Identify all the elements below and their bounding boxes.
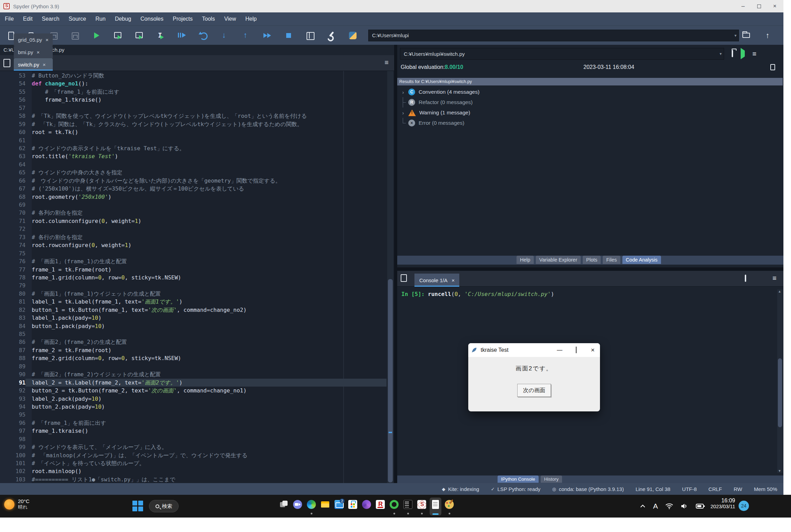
code-line[interactable]: 90# 「画面2」(frame_2)ウイジェットの生成と配置	[0, 370, 387, 378]
close-icon[interactable]: ×	[43, 62, 46, 68]
console-scrollbar[interactable]: ▲ ▼	[777, 289, 783, 473]
code-line[interactable]: 89	[0, 362, 387, 370]
maximize-pane-button[interactable]	[303, 28, 317, 43]
taskbar-app-rakuten[interactable]	[374, 498, 386, 515]
code-line[interactable]: 96# 「frame_1」を前面に出す	[0, 419, 387, 427]
ime-indicator[interactable]: A	[653, 502, 658, 510]
taskbar-app-ms-store[interactable]	[347, 498, 359, 515]
expand-chevron-icon[interactable]: ›	[399, 89, 407, 95]
result-row-error[interactable]: ×Error (0 messages)	[399, 118, 779, 128]
menu-run[interactable]: Run	[96, 16, 106, 22]
preferences-button[interactable]	[324, 28, 339, 43]
taskbar-app-mail[interactable]: 2	[333, 498, 345, 515]
menu-view[interactable]: View	[224, 16, 236, 22]
browse-directory-button[interactable]	[739, 28, 753, 43]
parent-directory-button[interactable]: ↑	[760, 28, 775, 43]
code-line[interactable]: 94button_2.pack(pady=10)	[0, 403, 387, 411]
analysis-file-field[interactable]: C:¥Users¥mlupi¥switch.py ▾	[400, 48, 724, 60]
weather-widget[interactable]: 20°C 晴れ	[4, 498, 30, 510]
close-icon[interactable]: ×	[452, 277, 455, 283]
code-line[interactable]: 100# 「mainloop(メインループ)」は、「イベントループ」で、ウインド…	[0, 451, 387, 459]
result-row-warning[interactable]: ›Warning (1 message)	[399, 108, 779, 118]
editor-options-menu-icon[interactable]: ≡	[384, 59, 389, 66]
code-line[interactable]: 68root.geometry('250x100')	[0, 193, 387, 201]
taskbar-app-file-explorer[interactable]	[319, 498, 331, 515]
taskbar-app-terminal[interactable]	[402, 498, 414, 515]
tk-next-screen-button[interactable]: 次の画面	[517, 384, 551, 397]
code-line[interactable]: 53# Button_2のハンドラ関数	[0, 72, 387, 80]
taskbar-app-green-ring[interactable]	[388, 498, 400, 515]
code-line[interactable]: 85	[0, 330, 387, 338]
debug-stop-button[interactable]	[281, 28, 296, 43]
console-scrollbar-thumb[interactable]	[778, 358, 782, 427]
console-list-icon[interactable]	[401, 274, 407, 282]
menu-tools[interactable]: Tools	[202, 16, 215, 22]
clear-console-button[interactable]	[745, 275, 746, 282]
code-line[interactable]: 61	[0, 136, 387, 144]
close-icon[interactable]: ×	[37, 49, 40, 55]
tk-title-bar[interactable]: tkraise Test — ×	[468, 343, 600, 357]
minimize-button[interactable]: –	[735, 0, 751, 12]
expand-chevron-icon[interactable]: ›	[399, 110, 407, 116]
code-line[interactable]: 73# 各行の割合を指定	[0, 233, 387, 241]
code-line[interactable]: 60root = tk.Tk()	[0, 128, 387, 136]
dropdown-caret-icon[interactable]: ▾	[720, 51, 722, 56]
volume-icon[interactable]	[681, 503, 688, 509]
tab-ipython-console[interactable]: IPython Console	[498, 475, 539, 483]
code-line[interactable]: 101# 「イベント」を待っている状態のループ。	[0, 459, 387, 467]
tray-chevron-icon[interactable]	[640, 504, 645, 508]
tk-maximize-button[interactable]	[572, 347, 580, 353]
code-line[interactable]: 63root.title('tkraise Test')	[0, 152, 387, 160]
taskbar-app-office-loop[interactable]	[361, 498, 372, 515]
debug-continue-button[interactable]	[260, 28, 274, 43]
tk-close-button[interactable]: ×	[589, 346, 597, 354]
scroll-down-icon[interactable]: ▼	[778, 469, 781, 473]
code-line[interactable]: 76# 「画面1」(frame_1)の生成と配置	[0, 257, 387, 265]
code-line[interactable]: 86# 「画面2」(frame_2)の生成と配置	[0, 338, 387, 346]
console-tab[interactable]: Console 1/A ×	[414, 274, 459, 287]
code-line[interactable]: 72	[0, 225, 387, 233]
taskbar-app-spyder[interactable]	[416, 498, 428, 515]
menu-help[interactable]: Help	[246, 16, 257, 22]
panel-splitter[interactable]	[397, 267, 783, 271]
result-row-refactor[interactable]: RRefactor (0 messages)	[399, 97, 779, 108]
taskbar-app-notepad[interactable]	[430, 498, 441, 515]
menu-source[interactable]: Source	[69, 16, 86, 22]
code-line[interactable]: 91label_2 = tk.Label(frame_2, text='画面2で…	[0, 379, 387, 387]
code-line[interactable]: 69	[0, 201, 387, 209]
code-line[interactable]: 62# ウインドウの表示タイトルを「tkraise Test」にする。	[0, 144, 387, 152]
code-line[interactable]: 65# ウインドウの中身の大きさを指定	[0, 168, 387, 176]
result-row-convention[interactable]: ›CConvention (4 messages)	[399, 87, 779, 97]
run-cell-button[interactable]	[110, 28, 125, 43]
code-line[interactable]: 88frame_2.grid(column=0, row=0, sticky=t…	[0, 354, 387, 362]
tab-help[interactable]: Help	[517, 256, 534, 264]
start-button[interactable]	[132, 501, 143, 512]
code-line[interactable]: 54def change_no1():	[0, 80, 387, 88]
code-line[interactable]: 99# ウインドウを表示して、「メインループ」に入る。	[0, 443, 387, 451]
code-line[interactable]: 58# 「Tk」関数を使って、ウインドウ(トップレベルtkウイジェット)を生成し…	[0, 112, 387, 120]
save-all-button[interactable]	[68, 28, 82, 43]
tab-history[interactable]: History	[541, 475, 562, 483]
working-directory-field[interactable]: C:¥Users¥mlupi ▾	[368, 30, 739, 41]
taskbar-clock[interactable]: 16:09 2023/03/11	[702, 498, 735, 509]
step-return-button[interactable]	[239, 28, 253, 43]
run-selection-button[interactable]	[153, 28, 168, 43]
tab-code-analysis[interactable]: Code Analysis	[622, 256, 661, 264]
menu-file[interactable]: File	[5, 16, 14, 22]
code-line[interactable]: 71root.columnconfigure(0, weight=1)	[0, 217, 387, 225]
menu-consoles[interactable]: Consoles	[140, 16, 163, 22]
tab-grid_05.py[interactable]: grid_05.py×	[14, 33, 53, 46]
console-options-menu-icon[interactable]: ≡	[772, 274, 777, 282]
code-line[interactable]: 81label_1 = tk.Label(frame_1, text='画面1で…	[0, 298, 387, 306]
code-line[interactable]: 55 # 「frame_1」を前面に出す	[0, 88, 387, 96]
menu-edit[interactable]: Edit	[23, 16, 33, 22]
code-line[interactable]: 77frame_1 = tk.Frame(root)	[0, 266, 387, 274]
tk-minimize-button[interactable]: —	[556, 347, 563, 353]
code-line[interactable]: 83label_1.pack(pady=10)	[0, 314, 387, 322]
debug-rerun-button[interactable]	[196, 28, 210, 43]
close-button[interactable]: ×	[767, 0, 783, 12]
tab-bmi.py[interactable]: bmi.py×	[14, 46, 53, 58]
code-line[interactable]: 75	[0, 249, 387, 257]
notification-count-badge[interactable]: 24	[739, 501, 749, 511]
code-line[interactable]: 80# 「画面1」(frame_1)ウイジェットの生成と配置	[0, 290, 387, 298]
